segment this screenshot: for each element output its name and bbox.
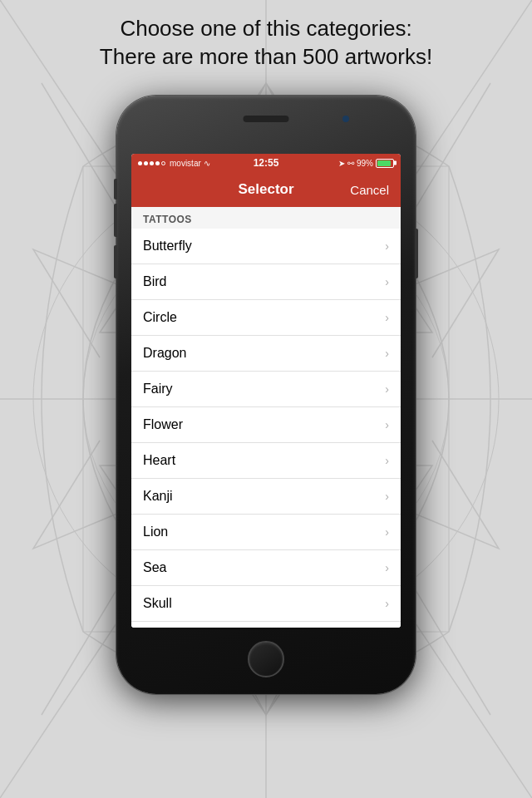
list-item[interactable]: Fairy›	[131, 372, 401, 407]
location-icon: ➤	[338, 159, 345, 168]
phone-screen: movistar ∿ 12:55 ➤ ⚯ 99%	[131, 154, 401, 628]
signal-dot-1	[138, 161, 142, 165]
list-item-label: Heart	[143, 453, 175, 468]
list-item[interactable]: Kanji›	[131, 479, 401, 515]
volume-up-button	[114, 204, 117, 237]
chevron-right-icon: ›	[385, 597, 389, 610]
section-header: TATTOOS	[131, 207, 401, 229]
chevron-right-icon: ›	[385, 275, 389, 288]
phone-mockup: movistar ∿ 12:55 ➤ ⚯ 99%	[116, 96, 416, 694]
power-button	[415, 229, 418, 278]
list-item[interactable]: Sun›	[131, 622, 401, 628]
bluetooth-icon: ⚯	[347, 159, 354, 168]
signal-dots	[138, 161, 165, 165]
list-item[interactable]: Butterfly›	[131, 229, 401, 264]
chevron-right-icon: ›	[385, 525, 389, 539]
list-item-label: Fairy	[143, 382, 173, 397]
speaker	[244, 116, 289, 122]
volume-down-button	[114, 245, 117, 278]
carrier-label: movistar	[170, 159, 201, 168]
nav-title: Selector	[225, 181, 308, 198]
battery-indicator	[376, 159, 394, 168]
signal-dot-5	[161, 161, 165, 165]
chevron-right-icon: ›	[385, 418, 389, 431]
signal-dot-3	[150, 161, 154, 165]
status-left: movistar ∿	[138, 159, 254, 168]
list-item[interactable]: Skull›	[131, 586, 401, 622]
list-item[interactable]: Dragon›	[131, 336, 401, 372]
list-item[interactable]: Lion›	[131, 515, 401, 550]
list-container: TATTOOS Butterfly›Bird›Circle›Dragon›Fai…	[131, 207, 401, 628]
promo-text: Choose one of this categories: There are…	[0, 15, 532, 71]
signal-dot-2	[144, 161, 148, 165]
battery-pct-label: 99%	[357, 159, 373, 168]
front-camera	[342, 116, 349, 122]
chevron-right-icon: ›	[385, 239, 389, 253]
wifi-icon: ∿	[204, 159, 210, 168]
cancel-button[interactable]: Cancel	[350, 183, 389, 197]
list-items: Butterfly›Bird›Circle›Dragon›Fairy›Flowe…	[131, 229, 401, 628]
list-item-label: Skull	[143, 596, 172, 611]
status-right: ➤ ⚯ 99%	[278, 159, 394, 168]
list-item-label: Kanji	[143, 489, 173, 504]
home-button[interactable]	[248, 641, 284, 677]
list-item[interactable]: Flower›	[131, 407, 401, 443]
list-item-label: Lion	[143, 525, 168, 539]
navigation-bar: Selector Cancel	[131, 172, 401, 207]
chevron-right-icon: ›	[385, 382, 389, 396]
list-item-label: Sea	[143, 560, 166, 575]
list-item[interactable]: Bird›	[131, 264, 401, 300]
battery-fill	[377, 160, 391, 166]
status-bar: movistar ∿ 12:55 ➤ ⚯ 99%	[131, 154, 401, 172]
chevron-right-icon: ›	[385, 490, 389, 503]
list-item[interactable]: Heart›	[131, 443, 401, 479]
chevron-right-icon: ›	[385, 311, 389, 324]
list-item-label: Butterfly	[143, 239, 192, 254]
list-item-label: Circle	[143, 310, 177, 325]
chevron-right-icon: ›	[385, 561, 389, 574]
chevron-right-icon: ›	[385, 347, 389, 360]
mute-button	[114, 179, 117, 200]
list-item-label: Dragon	[143, 346, 186, 361]
chevron-right-icon: ›	[385, 454, 389, 467]
list-item-label: Flower	[143, 417, 183, 432]
list-item[interactable]: Circle›	[131, 300, 401, 336]
status-time: 12:55	[254, 157, 279, 169]
list-item[interactable]: Sea›	[131, 550, 401, 586]
list-item-label: Bird	[143, 274, 166, 289]
phone-shell: movistar ∿ 12:55 ➤ ⚯ 99%	[116, 96, 416, 694]
signal-dot-4	[155, 161, 160, 165]
